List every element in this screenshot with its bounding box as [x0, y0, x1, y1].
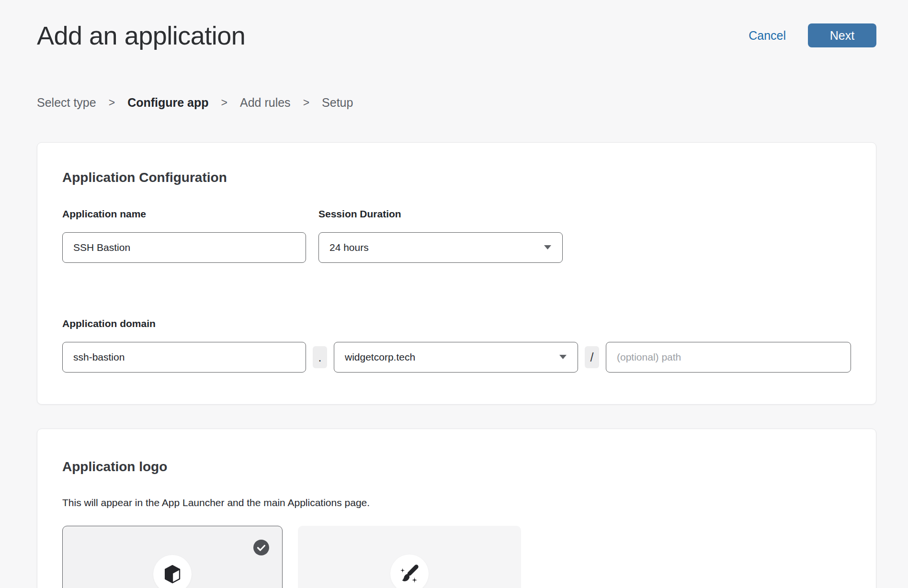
domain-select-value: widgetcorp.tech	[345, 351, 415, 363]
session-duration-field: Session Duration 24 hours	[318, 208, 563, 263]
breadcrumb-step-select-type[interactable]: Select type	[37, 96, 96, 110]
paintbrush-sparkles-icon	[390, 554, 429, 588]
chevron-down-icon	[559, 353, 567, 362]
breadcrumb: Select type > Configure app > Add rules …	[37, 96, 876, 110]
name-duration-row: Application name Session Duration 24 hou…	[62, 208, 851, 263]
cube-icon	[153, 555, 192, 588]
logo-option-custom[interactable]	[298, 526, 521, 588]
config-card-heading: Application Configuration	[62, 170, 851, 186]
logo-options	[62, 526, 851, 588]
application-configuration-card: Application Configuration Application na…	[37, 142, 876, 405]
breadcrumb-separator: >	[221, 96, 227, 109]
session-duration-value: 24 hours	[329, 242, 369, 253]
chevron-down-icon	[544, 243, 552, 252]
session-duration-select[interactable]: 24 hours	[318, 232, 563, 263]
subdomain-input[interactable]	[62, 342, 306, 373]
logo-card-heading: Application logo	[62, 459, 851, 475]
check-circle-icon	[253, 540, 269, 555]
page-title: Add an application	[37, 20, 245, 51]
page-header: Add an application Cancel Next	[37, 0, 876, 51]
breadcrumb-step-add-rules[interactable]: Add rules	[240, 96, 291, 110]
application-name-field: Application name	[62, 208, 306, 263]
application-domain-row: . widgetcorp.tech /	[62, 342, 851, 373]
cancel-button[interactable]: Cancel	[749, 29, 786, 43]
domain-select[interactable]: widgetcorp.tech	[334, 342, 578, 373]
breadcrumb-step-configure-app[interactable]: Configure app	[127, 96, 208, 110]
next-button[interactable]: Next	[808, 23, 876, 47]
slash-separator: /	[585, 346, 599, 368]
logo-option-default[interactable]	[62, 526, 283, 588]
header-actions: Cancel Next	[749, 23, 876, 47]
application-domain-field: Application domain . widgetcorp.tech /	[62, 317, 851, 373]
application-logo-card: Application logo This will appear in the…	[37, 429, 876, 588]
application-name-label: Application name	[62, 208, 306, 220]
breadcrumb-separator: >	[303, 96, 309, 109]
application-name-input[interactable]	[62, 232, 306, 263]
breadcrumb-step-setup[interactable]: Setup	[322, 96, 353, 110]
breadcrumb-separator: >	[109, 96, 115, 109]
logo-card-description: This will appear in the App Launcher and…	[62, 496, 851, 509]
page: Add an application Cancel Next Select ty…	[0, 0, 908, 588]
session-duration-label: Session Duration	[318, 208, 563, 220]
dot-separator: .	[313, 346, 327, 368]
path-input[interactable]	[606, 342, 851, 373]
application-domain-label: Application domain	[62, 317, 851, 330]
